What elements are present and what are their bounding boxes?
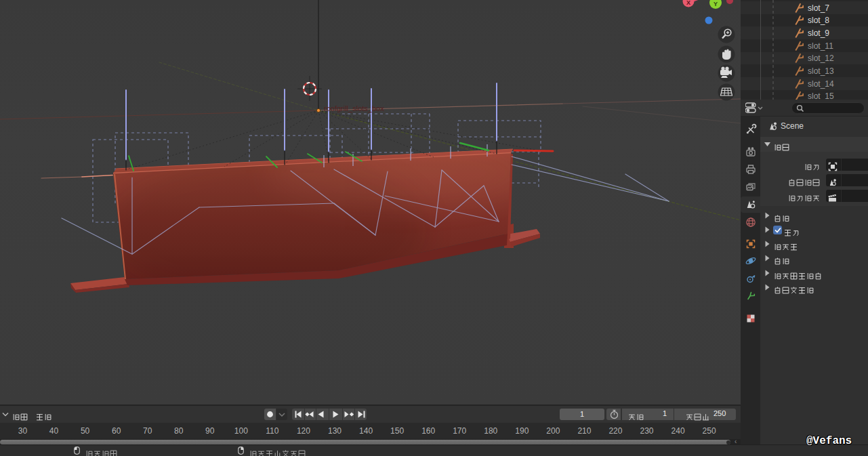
svg-text:Y: Y [714,1,718,7]
svg-text:roofgrill_slots_box: roofgrill_slots_box [324,104,384,112]
svg-text:X: X [686,0,690,6]
